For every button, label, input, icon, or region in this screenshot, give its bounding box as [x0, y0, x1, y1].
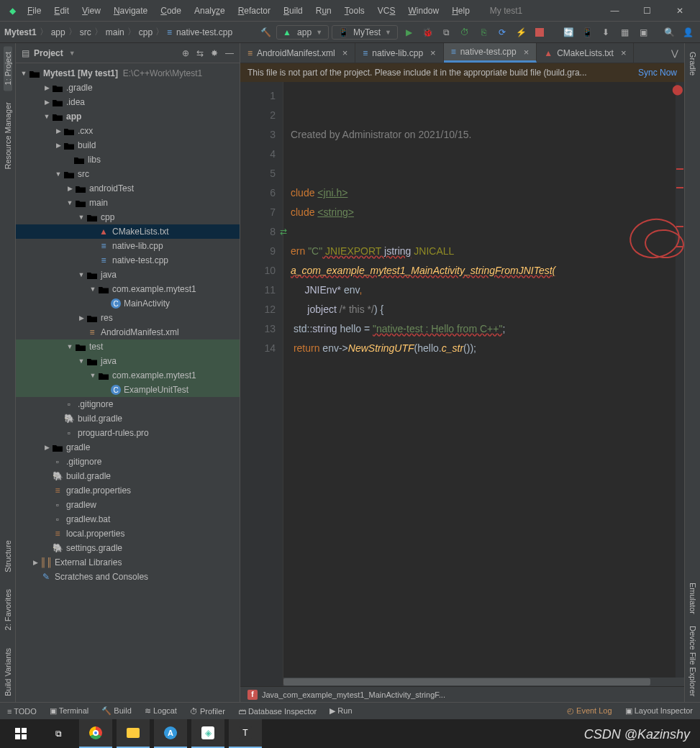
panel-hide-icon[interactable]: — — [225, 48, 234, 58]
apply-code-icon[interactable]: ⚡ — [513, 24, 529, 40]
menu-run[interactable]: Run — [310, 3, 337, 19]
status-logcat[interactable]: ≋ Logcat — [145, 706, 177, 716]
tabs-dropdown[interactable]: ⋁ — [665, 43, 684, 63]
tree-item[interactable]: ≡AndroidManifest.xml — [16, 325, 240, 339]
coverage-button[interactable]: ⧉ — [438, 24, 454, 40]
code-editor[interactable]: 1234 567 8⇄ 91011 121314 Created by Admi… — [240, 82, 684, 686]
build-button[interactable]: 🔨 — [258, 24, 273, 40]
tool-resource-manager[interactable]: Resource Manager — [4, 96, 12, 175]
task-view-button[interactable]: ⧉ — [42, 719, 75, 748]
window-minimize[interactable]: — — [599, 1, 631, 21]
resource-manager-button[interactable]: ▦ — [617, 24, 632, 40]
status-build[interactable]: 🔨 Build — [101, 706, 132, 716]
search-button[interactable]: 🔍 — [661, 24, 677, 40]
project-tree[interactable]: ▼ Mytest1 [My test1] E:\C++Work\Mytest1 … — [16, 63, 240, 702]
tree-item[interactable]: ≡native-test.cpp — [16, 253, 240, 268]
run-button[interactable]: ▶ — [401, 24, 417, 40]
tab-native-lib[interactable]: ≡native-lib.cpp× — [355, 43, 443, 63]
status-terminal[interactable]: ▣ Terminal — [50, 706, 88, 716]
tool-gradle[interactable]: Gradle — [688, 46, 697, 81]
bc-0[interactable]: Mytest1 — [4, 27, 37, 37]
tree-item[interactable]: 🐘build.gradle — [16, 469, 240, 483]
tab-cmakelists[interactable]: ▲CMakeLists.txt× — [537, 43, 634, 63]
project-panel-title[interactable]: Project — [34, 48, 63, 58]
close-icon[interactable]: × — [430, 47, 436, 58]
status-database-inspector[interactable]: 🗃 Database Inspector — [238, 707, 317, 716]
tree-item[interactable]: ▼java — [16, 354, 240, 368]
status-event-log[interactable]: ◴ Event Log — [567, 706, 612, 716]
tree-item[interactable]: ▶res — [16, 311, 240, 325]
sync-now-link[interactable]: Sync Now — [638, 68, 677, 78]
bc-3[interactable]: main — [106, 27, 124, 37]
menu-help[interactable]: Help — [446, 3, 476, 19]
tree-item[interactable]: ▫gradlew — [16, 498, 240, 512]
avd-manager-button[interactable]: 📱 — [579, 24, 595, 40]
tree-item[interactable]: ▶build — [16, 138, 240, 152]
bc-4[interactable]: cpp — [139, 27, 153, 37]
attach-button[interactable]: ⎘ — [476, 24, 491, 40]
tree-item-selected[interactable]: ▲CMakeLists.txt — [16, 224, 240, 239]
status-run[interactable]: ▶ Run — [329, 706, 352, 716]
bc-2[interactable]: src — [80, 27, 91, 37]
tree-root[interactable]: ▼ Mytest1 [My test1] E:\C++Work\Mytest1 — [16, 66, 240, 81]
tree-item[interactable]: ✎Scratches and Consoles — [16, 570, 240, 584]
menu-navigate[interactable]: Navigate — [108, 3, 153, 19]
code-content[interactable]: Created by Administrator on 2021/10/15. … — [283, 82, 684, 686]
menu-file[interactable]: File — [22, 3, 47, 19]
tree-item[interactable]: CExampleUnitTest — [16, 383, 240, 397]
profile-button[interactable]: ⏱ — [457, 24, 473, 40]
tree-item[interactable]: ▼src — [16, 167, 240, 181]
tree-item[interactable]: ▼com.example.mytest1 — [16, 368, 240, 383]
tree-item[interactable]: ▶.idea — [16, 95, 240, 109]
tree-item[interactable]: ▼test — [16, 339, 240, 354]
editor-breadcrumb[interactable]: f Java_com_example_mytest1_MainActivity_… — [240, 686, 684, 702]
tree-item[interactable]: ▶.cxx — [16, 124, 240, 138]
tab-androidmanifest[interactable]: ≡AndroidManifest.xml× — [240, 43, 355, 63]
tree-item[interactable]: ▼app — [16, 109, 240, 124]
tree-item[interactable]: ▫gradlew.bat — [16, 512, 240, 526]
tab-native-test[interactable]: ≡native-test.cpp× — [444, 43, 537, 63]
tool-emulator[interactable]: Emulator — [688, 577, 697, 620]
tree-item[interactable]: ▼cpp — [16, 210, 240, 224]
menu-refactor[interactable]: Refactor — [232, 3, 276, 19]
tree-item[interactable]: ▫.gitignore — [16, 455, 240, 469]
menu-vcs[interactable]: VCS — [372, 3, 401, 19]
menu-build[interactable]: Build — [278, 3, 309, 19]
close-icon[interactable]: × — [524, 47, 529, 58]
tree-item[interactable]: ≡native-lib.cpp — [16, 239, 240, 253]
menu-edit[interactable]: Edit — [48, 3, 75, 19]
tree-item[interactable]: ▼main — [16, 196, 240, 210]
panel-settings-icon[interactable]: ✸ — [211, 48, 218, 58]
taskbar-android-studio[interactable]: A — [154, 719, 187, 748]
tree-item[interactable]: ▶gradle — [16, 440, 240, 455]
tree-item[interactable]: 🐘settings.gradle — [16, 541, 240, 555]
tree-item[interactable]: 🐘build.gradle — [16, 411, 240, 426]
run-gutter-icon[interactable]: ⇄ — [280, 222, 287, 242]
bc-1[interactable]: app — [51, 27, 65, 37]
tree-item[interactable]: ▫proguard-rules.pro — [16, 426, 240, 440]
taskbar-chrome[interactable] — [79, 719, 112, 748]
error-indicator-icon[interactable]: ⬤ — [672, 83, 683, 95]
status-profiler[interactable]: ⏱ Profiler — [190, 707, 225, 716]
tree-item[interactable]: ▶.gradle — [16, 81, 240, 95]
tool-project[interactable]: 1: Project — [4, 46, 12, 91]
tree-item[interactable]: ≡local.properties — [16, 526, 240, 541]
taskbar-terminal[interactable]: T — [229, 719, 262, 748]
sdk-manager-button[interactable]: ⬇ — [598, 24, 614, 40]
tool-device-explorer[interactable]: Device File Explorer — [688, 620, 697, 702]
start-button[interactable] — [4, 719, 37, 748]
tree-item[interactable]: CMainActivity — [16, 296, 240, 311]
tree-item[interactable]: ▼com.example.mytest1 — [16, 282, 240, 296]
tool-build-variants[interactable]: Build Variants — [4, 642, 12, 702]
menu-window[interactable]: Window — [402, 3, 445, 19]
status-layout-inspector[interactable]: ▣ Layout Inspector — [625, 706, 693, 716]
stop-button[interactable] — [532, 24, 547, 40]
menu-code[interactable]: Code — [155, 3, 187, 19]
close-icon[interactable]: × — [342, 47, 348, 58]
taskbar-app[interactable]: ◈ — [191, 719, 224, 748]
debug-button[interactable]: 🐞 — [419, 24, 435, 40]
sync-gradle-button[interactable]: 🔄 — [560, 24, 576, 40]
menu-analyze[interactable]: Analyze — [188, 3, 231, 19]
tree-item[interactable]: ▼java — [16, 268, 240, 282]
breadcrumb[interactable]: Mytest1〉 app〉 src〉 main〉 cpp〉 ≡ native-t… — [4, 26, 232, 38]
